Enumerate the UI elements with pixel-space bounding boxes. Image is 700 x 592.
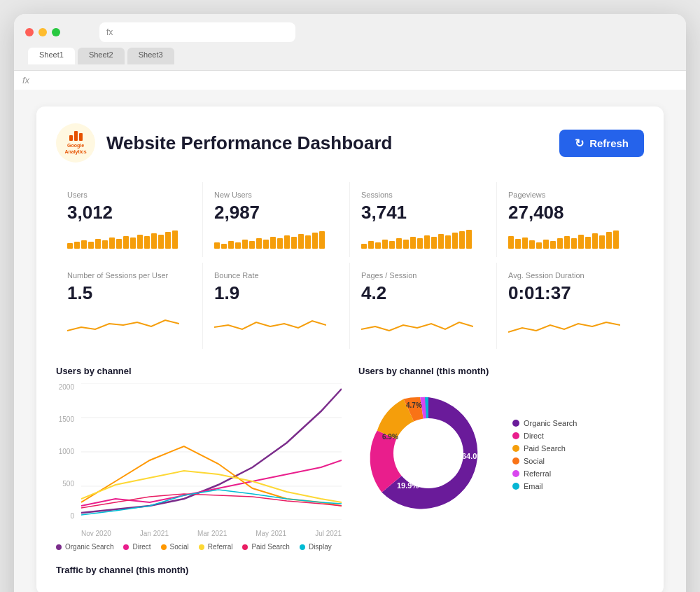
address-bar[interactable]: fx (99, 22, 295, 42)
metric-ps-label: Pages / Session (361, 271, 485, 280)
users-by-channel-section: Users by channel 2000 1500 1000 500 0 (56, 366, 342, 551)
header-left: GoogleAnalytics Website Performance Dash… (56, 123, 392, 163)
metric-new-users-label: New Users (214, 191, 338, 199)
refresh-button[interactable]: ↻ Refresh (559, 130, 644, 157)
metric-as-value: 0:01:37 (508, 282, 633, 304)
formula-bar-text: fx (22, 75, 29, 85)
x-label-may2021: May 2021 (255, 530, 286, 537)
metric-sessions-per-user: Number of Sessions per User 1.5 (56, 263, 203, 349)
sparkline-br (214, 310, 326, 338)
browser-frame: fx Sheet1 Sheet2 Sheet3 fx (14, 14, 686, 592)
legend-label-organic: Organic Search (65, 543, 113, 551)
legend-display: Display (300, 543, 332, 551)
metric-bounce-rate: Bounce Rate 1.9 (203, 263, 350, 349)
metric-users-label: Users (67, 191, 191, 199)
refresh-icon: ↻ (575, 137, 584, 150)
donut-chart-section: Users by channel (this month) (358, 366, 644, 551)
traffic-title: Traffic by channel (this month) (56, 565, 644, 575)
metric-br-label: Bounce Rate (214, 271, 338, 280)
google-analytics-logo: GoogleAnalytics (56, 123, 95, 163)
donut-hole (393, 418, 463, 488)
legend-text-referral: Referral (524, 469, 551, 478)
metric-pageviews-bars (508, 229, 633, 249)
legend-label-referral: Referral (208, 543, 233, 551)
formula-bar: fx (14, 70, 686, 90)
x-label-jul2021: Jul 2021 (315, 530, 342, 537)
metric-spu-label: Number of Sessions per User (67, 271, 191, 280)
donut-label-social: 4.7% (406, 401, 422, 409)
address-bar-text: fx (106, 27, 113, 37)
metric-users-value: 3,012 (67, 202, 191, 223)
legend-paid-search: Paid Search (242, 543, 289, 551)
minimize-dot[interactable] (38, 28, 47, 36)
metric-new-users: New Users 2,987 (203, 182, 350, 257)
x-label-nov2020: Nov 2020 (81, 530, 111, 537)
donut-legend: Organic Search Direct Paid Search (512, 419, 577, 490)
legend-dot-direct (123, 544, 129, 550)
legend-item-referral: Referral (512, 469, 577, 478)
legend-item-email: Email (512, 482, 577, 490)
legend-label-direct: Direct (132, 543, 150, 551)
line-chart-legend: Organic Search Direct Social Referr (56, 543, 342, 551)
sparkline-ps (361, 310, 473, 338)
charts-row: Users by channel 2000 1500 1000 500 0 (56, 366, 644, 551)
legend-dot-display (300, 544, 305, 550)
sparkline-spu (67, 310, 179, 338)
refresh-label: Refresh (589, 137, 629, 149)
legend-item-paid: Paid Search (512, 444, 577, 453)
legend-item-social: Social (512, 457, 577, 465)
sparkline-as (508, 310, 620, 338)
legend-text-organic: Organic Search (524, 419, 577, 427)
tab-sheet2[interactable]: Sheet2 (78, 48, 125, 64)
legend-dot-referral (199, 544, 204, 550)
legend-label-paid: Paid Search (251, 543, 289, 551)
metric-pageviews-value: 27,408 (508, 202, 633, 223)
x-label-jan2021: Jan 2021 (140, 530, 169, 537)
donut-svg: 64.0% 19.9% 6.9% 4.7% (358, 383, 498, 523)
y-label-0: 0 (56, 512, 74, 520)
tab-sheet3[interactable]: Sheet3 (127, 48, 174, 64)
dashboard-content: GoogleAnalytics Website Performance Dash… (36, 106, 664, 592)
metric-new-users-bars (214, 229, 338, 249)
browser-toolbar: fx Sheet1 Sheet2 Sheet3 (14, 14, 686, 70)
legend-item-organic: Organic Search (512, 419, 577, 427)
legend-dot-social-donut (512, 457, 519, 464)
metric-br-value: 1.9 (214, 282, 338, 304)
tab-sheet1[interactable]: Sheet1 (28, 48, 75, 64)
dashboard-header: GoogleAnalytics Website Performance Dash… (56, 123, 644, 163)
legend-dot-social (161, 544, 167, 550)
legend-text-social: Social (524, 457, 545, 465)
metric-sessions: Sessions 3,741 (350, 182, 497, 257)
legend-direct: Direct (123, 543, 150, 551)
maximize-dot[interactable] (52, 28, 60, 36)
users-by-channel-title: Users by channel (56, 366, 342, 376)
legend-dot-direct-donut (512, 432, 519, 439)
donut-label-organic: 64.0% (462, 452, 484, 460)
metric-sessions-value: 3,741 (361, 202, 485, 223)
legend-item-direct: Direct (512, 432, 577, 440)
legend-label-social: Social (170, 543, 189, 551)
browser-tabs: Sheet1 Sheet2 Sheet3 (25, 48, 675, 64)
metrics-row-1: Users 3,012 (56, 182, 644, 257)
legend-text-direct: Direct (524, 432, 544, 440)
metric-spu-value: 1.5 (67, 282, 191, 304)
donut-label-paid: 6.9% (382, 433, 398, 441)
legend-dot-referral-donut (512, 470, 519, 477)
metric-users: Users 3,012 (56, 182, 203, 257)
legend-referral: Referral (199, 543, 233, 551)
metric-pageviews: Pageviews 27,408 (497, 182, 644, 257)
metric-ps-value: 4.2 (361, 282, 485, 304)
y-label-1000: 1000 (56, 448, 74, 455)
y-label-2000: 2000 (56, 383, 74, 391)
legend-social: Social (161, 543, 189, 551)
legend-dot-email-donut (512, 483, 519, 490)
metric-avg-session: Avg. Session Duration 0:01:37 (497, 263, 644, 349)
donut-chart-title: Users by channel (this month) (358, 366, 644, 376)
metric-sessions-bars (361, 229, 485, 249)
close-dot[interactable] (25, 28, 34, 36)
metrics-row-2: Number of Sessions per User 1.5 Bounce R… (56, 263, 644, 349)
legend-dot-organic-donut (512, 420, 519, 427)
legend-text-paid: Paid Search (524, 444, 566, 453)
legend-label-display: Display (309, 543, 332, 551)
y-label-1500: 1500 (56, 415, 74, 423)
